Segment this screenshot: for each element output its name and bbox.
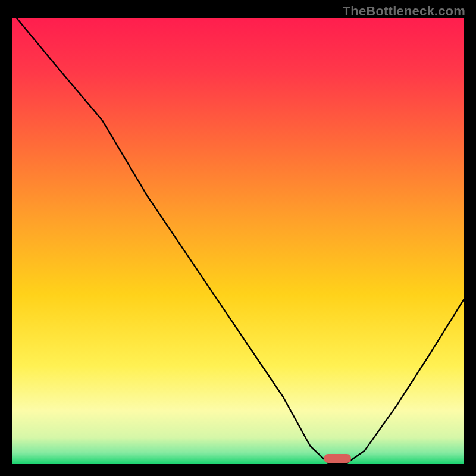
plot-svg <box>12 18 464 464</box>
optimum-marker <box>324 454 351 463</box>
plot-area <box>12 18 464 464</box>
chart-container: TheBottleneck.com <box>0 0 476 476</box>
gradient-background <box>12 18 464 464</box>
watermark-text: TheBottleneck.com <box>343 4 465 19</box>
